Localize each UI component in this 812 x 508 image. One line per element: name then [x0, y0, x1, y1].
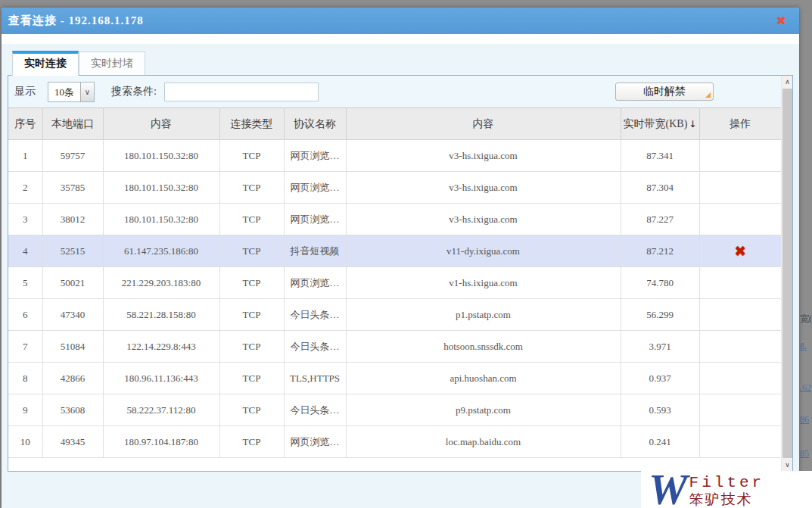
- table-header-row: 序号本地端口内容连接类型协议名称内容实时带宽(KB)↓操作: [8, 108, 781, 140]
- wfilter-w-icon: W: [649, 472, 688, 507]
- cell-protocol: 今日头条…: [284, 299, 346, 331]
- close-icon[interactable]: ✖: [776, 8, 787, 34]
- cell-port: 51084: [42, 331, 103, 363]
- background-fragment: 85: [800, 448, 809, 460]
- scroll-down-icon[interactable]: ∨: [782, 459, 793, 471]
- tab-bar: 实时连接 实时封堵: [12, 47, 799, 75]
- cell-bandwidth: 0.241: [621, 426, 699, 458]
- cell-port: 53608: [42, 394, 103, 426]
- background-fragment: 86: [800, 414, 809, 425]
- column-header[interactable]: 内容: [346, 108, 621, 140]
- table-row[interactable]: 1049345180.97.104.187:80TCP网页浏览…loc.map.…: [8, 426, 781, 458]
- column-header[interactable]: 协议名称: [284, 108, 346, 140]
- table-row[interactable]: 338012180.101.150.32:80TCP网页浏览…v3-hs.ixi…: [8, 204, 781, 235]
- cell-ip: 180.101.150.32:80: [103, 140, 219, 172]
- cell-no: 9: [8, 394, 42, 426]
- dialog-titlebar: 查看连接 - 192.168.1.178 ✖: [2, 8, 799, 34]
- cell-domain: v3-hs.ixigua.com: [346, 204, 621, 235]
- cell-ip: 221.229.203.183:80: [103, 267, 219, 299]
- table-row[interactable]: 45251561.147.235.186:80TCP抖音短视频v11-dy.ix…: [8, 235, 781, 267]
- cell-bandwidth: 56.299: [621, 299, 699, 331]
- cell-bandwidth: 0.937: [621, 363, 699, 394]
- chevron-down-icon: ∨: [80, 83, 94, 101]
- cell-ip: 58.221.28.158:80: [103, 299, 219, 331]
- cell-type: TCP: [219, 204, 284, 235]
- table-row[interactable]: 64734058.221.28.158:80TCP今日头条…p1.pstatp.…: [8, 299, 781, 331]
- cell-operation: [699, 331, 781, 363]
- cell-no: 6: [8, 299, 42, 331]
- toolbar: 显示 10条 ∨ 搜索条件: 临时解禁: [8, 76, 781, 108]
- table-row[interactable]: 842866180.96.11.136:443TCPTLS,HTTPSapi.h…: [8, 363, 781, 394]
- vertical-scrollbar[interactable]: ∧ ∨: [781, 76, 792, 471]
- cell-no: 8: [8, 363, 42, 394]
- search-input[interactable]: [164, 83, 319, 101]
- cell-bandwidth: 3.971: [621, 331, 699, 363]
- cell-port: 59757: [42, 140, 103, 172]
- sort-desc-icon[interactable]: ↓: [689, 119, 696, 129]
- page-size-select[interactable]: 10条 ∨: [48, 82, 95, 102]
- background-fragment: .62: [800, 382, 811, 394]
- cell-no: 7: [8, 331, 42, 363]
- cell-type: TCP: [219, 267, 284, 299]
- cell-protocol: 网页浏览…: [284, 140, 346, 172]
- edit-grip-icon: [705, 92, 711, 98]
- scroll-up-icon[interactable]: ∧: [782, 76, 793, 88]
- cell-domain: hotsoon.snssdk.com: [346, 331, 621, 363]
- cell-type: TCP: [219, 363, 284, 394]
- cell-type: TCP: [219, 172, 284, 204]
- cell-domain: v1-hs.ixigua.com: [346, 267, 621, 299]
- tab-realtime-blocking[interactable]: 实时封堵: [79, 51, 145, 75]
- table-row[interactable]: 550021221.229.203.183:80TCP网页浏览…v1-hs.ix…: [8, 267, 781, 299]
- temporary-unblock-button[interactable]: 临时解禁: [615, 83, 714, 101]
- table-row[interactable]: 235785180.101.150.32:80TCP网页浏览…v3-hs.ixi…: [8, 172, 781, 204]
- column-header[interactable]: 连接类型: [219, 108, 284, 140]
- cell-domain: p1.pstatp.com: [346, 299, 621, 331]
- page-size-value: 10条: [48, 83, 80, 101]
- tab-realtime-connections[interactable]: 实时连接: [12, 51, 79, 76]
- cell-operation: [699, 394, 781, 426]
- block-connection-icon[interactable]: ✖: [734, 242, 746, 259]
- cell-domain: p9.pstatp.com: [346, 394, 621, 426]
- cell-operation: [699, 140, 781, 172]
- cell-protocol: 网页浏览…: [284, 267, 346, 299]
- cell-ip: 58.222.37.112:80: [103, 394, 219, 426]
- background-fragment: 8.: [800, 341, 807, 352]
- cell-type: TCP: [219, 235, 284, 267]
- unblock-button-label: 临时解禁: [643, 86, 686, 97]
- cell-no: 3: [8, 204, 42, 235]
- column-header[interactable]: 实时带宽(KB)↓: [621, 108, 699, 140]
- column-header[interactable]: 内容: [103, 108, 219, 140]
- cell-type: TCP: [219, 394, 284, 426]
- scrollbar-thumb[interactable]: [782, 89, 792, 458]
- cell-protocol: 抖音短视频: [284, 235, 346, 267]
- cell-operation: [699, 426, 781, 458]
- cell-port: 35785: [42, 172, 103, 204]
- cell-protocol: 网页浏览…: [284, 172, 346, 204]
- cell-ip: 180.97.104.187:80: [103, 426, 219, 458]
- cell-bandwidth: 87.227: [621, 204, 699, 235]
- cell-port: 42866: [42, 363, 103, 394]
- wfilter-logo: W Filter 笨驴技术: [641, 471, 812, 508]
- column-header[interactable]: 操作: [699, 108, 781, 140]
- column-header[interactable]: 本地端口: [42, 108, 103, 140]
- search-label: 搜索条件:: [111, 85, 157, 98]
- cell-ip: 180.101.150.32:80: [103, 204, 219, 235]
- column-header[interactable]: 序号: [8, 108, 42, 140]
- cell-protocol: TLS,HTTPS: [284, 363, 346, 394]
- cell-type: TCP: [219, 426, 284, 458]
- show-label: 显示: [14, 85, 36, 98]
- cell-type: TCP: [219, 331, 284, 363]
- table-row[interactable]: 95360858.222.37.112:80TCP今日头条…p9.pstatp.…: [8, 394, 781, 426]
- table-row[interactable]: 159757180.101.150.32:80TCP网页浏览…v3-hs.ixi…: [8, 140, 781, 172]
- table-body: 159757180.101.150.32:80TCP网页浏览…v3-hs.ixi…: [8, 140, 781, 458]
- cell-bandwidth: 0.593: [621, 394, 699, 426]
- table-row[interactable]: 751084122.14.229.8:443TCP今日头条…hotsoon.sn…: [8, 331, 781, 363]
- cell-domain: loc.map.baidu.com: [346, 426, 621, 458]
- cell-domain: v3-hs.ixigua.com: [346, 140, 621, 172]
- cell-bandwidth: 87.212: [621, 235, 699, 267]
- cell-operation: [699, 299, 781, 331]
- cell-bandwidth: 87.304: [621, 172, 699, 204]
- cell-port: 52515: [42, 235, 103, 267]
- cell-no: 10: [8, 426, 42, 458]
- cell-no: 4: [8, 235, 42, 267]
